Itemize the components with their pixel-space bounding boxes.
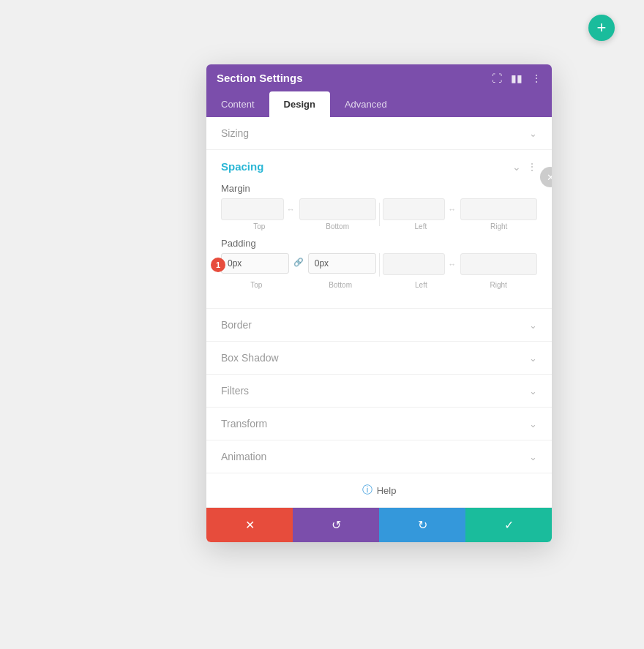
margin-right-sublabel: Right — [490, 222, 507, 230]
undo-button[interactable]: ↺ — [293, 508, 379, 542]
sizing-chevron-down-icon: ⌄ — [529, 128, 537, 139]
box-shadow-chevron-down-icon: ⌄ — [529, 353, 537, 364]
filters-label: Filters — [221, 385, 249, 397]
sizing-label: Sizing — [221, 127, 249, 139]
margin-top-bottom-group: ↔ Top Bottom — [221, 198, 376, 230]
modal-header-icons: ⛶ ▮▮ ⋮ — [492, 72, 542, 84]
padding-top-bottom-group: 🔗 — [221, 253, 376, 274]
animation-chevron-down-icon: ⌄ — [529, 451, 537, 462]
border-section-row[interactable]: Border ⌄ — [206, 309, 552, 342]
padding-right-input-placeholder — [460, 253, 537, 275]
padding-link-icon[interactable]: 🔗 — [291, 258, 307, 267]
margin-right-input-placeholder — [460, 198, 537, 220]
margin-label: Margin — [221, 183, 537, 194]
padding-left-field: ↔ — [383, 253, 460, 275]
border-chevron-down-icon: ⌄ — [529, 320, 537, 331]
save-button[interactable]: ✓ — [465, 508, 552, 542]
tab-content[interactable]: Content — [206, 91, 269, 117]
section-settings-modal: Section Settings ⛶ ▮▮ ⋮ Content Design A… — [206, 64, 552, 542]
transform-chevron-down-icon: ⌄ — [529, 419, 537, 429]
box-shadow-section-row[interactable]: Box Shadow ⌄ — [206, 342, 552, 375]
tab-design[interactable]: Design — [269, 91, 330, 117]
padding-top-input[interactable] — [221, 253, 289, 274]
cancel-button[interactable]: ✕ — [206, 508, 293, 542]
margin-top-input-placeholder — [221, 198, 284, 220]
padding-left-right-group: ↔ — [383, 253, 538, 275]
border-label: Border — [221, 319, 252, 331]
margin-left-input-placeholder — [383, 198, 446, 220]
filters-section-row[interactable]: Filters ⌄ — [206, 375, 552, 408]
help-text: Help — [377, 485, 397, 496]
transform-label: Transform — [221, 418, 267, 429]
margin-bottom-input-placeholder — [299, 198, 376, 220]
redo-button[interactable]: ↻ — [379, 508, 465, 542]
padding-right-sublabel: Right — [460, 281, 537, 289]
close-icon: ✕ — [547, 172, 553, 183]
margin-right-field: Right — [460, 198, 537, 230]
padding-inputs-row: 1 🔗 — [221, 253, 537, 277]
fab-plus-icon: + — [597, 18, 607, 37]
margin-top-field: ↔ Top — [221, 198, 298, 230]
spacing-collapse-icon[interactable]: ⌄ — [512, 161, 521, 173]
modal-header: Section Settings ⛶ ▮▮ ⋮ — [206, 64, 552, 91]
margin-group: Margin ↔ Top Bottom — [221, 183, 537, 230]
action-bar: ✕ ↺ ↻ ✓ — [206, 508, 552, 542]
padding-left-sublabel: Left — [383, 281, 460, 289]
help-row[interactable]: ⓘ Help — [206, 473, 552, 508]
spacing-more-icon[interactable]: ⋮ — [527, 161, 537, 173]
margin-left-field: ↔ Left — [383, 198, 460, 230]
padding-left-link-icon[interactable]: ↔ — [445, 260, 459, 269]
margin-left-sublabel: Left — [415, 222, 427, 230]
padding-left-input-placeholder — [383, 253, 446, 275]
margin-bottom-field: Bottom — [299, 198, 376, 230]
expand-icon[interactable]: ⛶ — [492, 72, 502, 84]
padding-top-field — [221, 253, 289, 274]
margin-left-right-group: ↔ Left Right — [383, 198, 538, 230]
padding-group: Padding 1 🔗 — [221, 238, 537, 289]
padding-bottom-field — [308, 253, 376, 274]
tab-advanced[interactable]: Advanced — [330, 91, 402, 117]
fab-add-button[interactable]: + — [588, 15, 615, 41]
padding-top-sublabel: Top — [221, 281, 292, 289]
modal-title: Section Settings — [217, 72, 303, 84]
margin-left-link-icon[interactable]: ↔ — [445, 205, 459, 214]
box-shadow-label: Box Shadow — [221, 352, 279, 364]
help-icon: ⓘ — [362, 484, 372, 497]
save-icon: ✓ — [504, 518, 514, 532]
margin-bottom-sublabel: Bottom — [326, 222, 349, 230]
animation-label: Animation — [221, 451, 266, 462]
padding-divider — [379, 253, 380, 277]
spacing-section: Spacing ⌄ ⋮ Margin ↔ — [206, 150, 552, 309]
padding-bottom-sublabel: Bottom — [305, 281, 376, 289]
padding-right-field — [460, 253, 537, 275]
margin-divider — [379, 203, 380, 226]
sizing-section-row[interactable]: Sizing ⌄ — [206, 117, 552, 150]
layout-icon[interactable]: ▮▮ — [511, 72, 523, 84]
spacing-title: Spacing — [221, 160, 263, 173]
padding-badge: 1 — [211, 258, 225, 272]
margin-top-link-icon[interactable]: ↔ — [284, 205, 298, 214]
animation-section-row[interactable]: Animation ⌄ — [206, 440, 552, 473]
padding-label: Padding — [221, 238, 537, 249]
transform-section-row[interactable]: Transform ⌄ — [206, 408, 552, 440]
modal-body: Sizing ⌄ Spacing ⌄ ⋮ Margin — [206, 117, 552, 542]
filters-chevron-down-icon: ⌄ — [529, 386, 537, 397]
more-options-icon[interactable]: ⋮ — [531, 72, 542, 84]
tabs-bar: Content Design Advanced — [206, 91, 552, 117]
margin-inputs-row: ↔ Top Bottom — [221, 198, 537, 230]
spacing-section-header: Spacing ⌄ ⋮ — [221, 160, 537, 173]
undo-icon: ↺ — [332, 518, 341, 532]
redo-icon: ↻ — [418, 518, 427, 532]
cancel-icon: ✕ — [245, 518, 255, 532]
padding-bottom-input[interactable] — [308, 253, 376, 274]
margin-top-sublabel: Top — [253, 222, 265, 230]
spacing-header-icons: ⌄ ⋮ — [512, 161, 537, 173]
